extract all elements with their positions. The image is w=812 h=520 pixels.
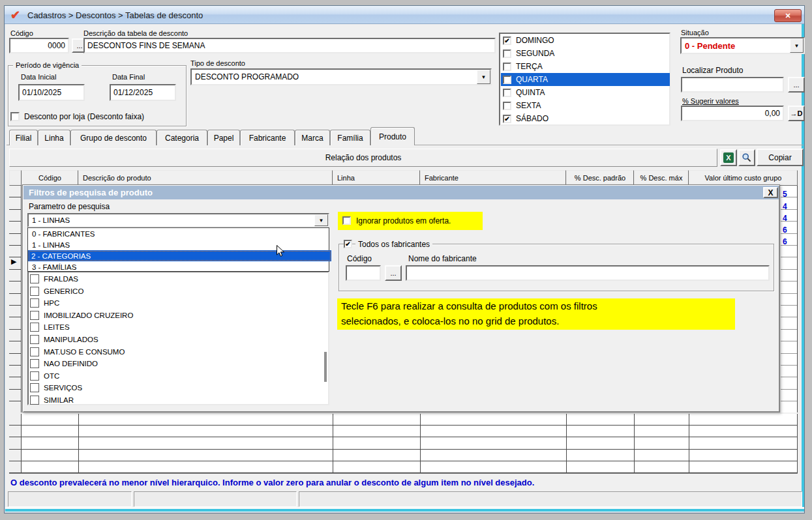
filter-dialog-titlebar[interactable]: Filtros de pesquisa de produto (23, 186, 779, 199)
tab-label: Família (337, 134, 363, 143)
checklist-item-manipulados[interactable]: MANIPULADOS (30, 334, 317, 345)
checkbox[interactable] (30, 335, 39, 344)
checkbox[interactable] (30, 396, 39, 405)
arrow-into-grid-icon: →D (790, 109, 803, 117)
checklist-item-hpc[interactable]: HPC (30, 297, 317, 309)
checklist-item-nao-definido[interactable]: NAO DEFINIDO (30, 358, 317, 369)
option-label: 3 - FAMÍLIAS (32, 263, 76, 271)
column-header-valor-custo[interactable]: Valor último custo grupo (689, 170, 798, 186)
parametro-pesquisa-select[interactable]: 1 - LINHAS ▼ (27, 213, 329, 227)
day-row-sexta[interactable]: SEXTA (501, 99, 670, 112)
checkbox[interactable] (30, 298, 39, 308)
search-products-button[interactable] (738, 149, 755, 166)
column-header-desc-max[interactable]: % Desc. máx (634, 170, 689, 186)
checkbox[interactable] (30, 359, 39, 368)
fabricante-browse-button[interactable]: ... (385, 265, 402, 281)
checklist-item-otc[interactable]: OTC (30, 370, 317, 382)
checklist-label: SERVIÇOS (44, 384, 82, 392)
day-row-terca[interactable]: TERÇA (501, 60, 670, 73)
export-excel-button[interactable]: X (720, 149, 737, 166)
quinta-checkbox[interactable] (503, 89, 511, 97)
column-header-descricao[interactable]: Descrição do produto (78, 170, 333, 186)
day-row-quinta[interactable]: QUINTA (501, 86, 670, 99)
checkbox[interactable] (30, 287, 39, 296)
checklist-item-fraldas[interactable]: FRALDAS (30, 273, 317, 285)
tab-filial[interactable]: Filial (9, 130, 38, 145)
chevron-down-icon[interactable]: ▼ (477, 70, 490, 84)
tipo-desconto-select[interactable]: DESCONTO PROGRAMADO ▼ (190, 68, 492, 85)
fabricante-codigo-field[interactable] (346, 265, 381, 281)
chevron-down-icon[interactable]: ▼ (790, 38, 804, 53)
checkbox[interactable] (30, 323, 39, 332)
day-row-domingo[interactable]: ✔ DOMINGO (501, 34, 670, 47)
grid-rows[interactable] (22, 414, 798, 473)
grid-gridline (78, 414, 79, 473)
segunda-checkbox[interactable] (503, 50, 511, 58)
checklist-label: GENERICO (44, 287, 83, 295)
day-row-segunda[interactable]: SEGUNDA (501, 47, 670, 60)
checkbox[interactable] (30, 311, 39, 320)
grid-gridline (566, 414, 567, 473)
checkbox[interactable] (30, 371, 39, 381)
sabado-checkbox[interactable]: ✔ (503, 115, 511, 123)
quarta-checkbox[interactable] (503, 76, 511, 84)
tab-categoria[interactable]: Categoria (157, 130, 207, 145)
localizar-produto-field[interactable] (681, 77, 784, 93)
localizar-browse-button[interactable]: ... (788, 77, 805, 93)
data-final-field[interactable]: 01/12/2025 (110, 84, 176, 101)
apply-values-button[interactable]: →D (788, 106, 805, 121)
terca-checkbox[interactable] (503, 63, 511, 71)
checklist-item-leites[interactable]: LEITES (30, 321, 317, 333)
checklist-item-similar[interactable]: SIMILAR (30, 394, 317, 406)
checkbox[interactable] (30, 383, 39, 392)
todos-fabricantes-checkbox[interactable]: ✔ (344, 240, 352, 248)
copiar-button[interactable]: Copiar (757, 149, 804, 166)
checklist-label: LEITES (44, 323, 70, 331)
option-categorias[interactable]: 2 - CATEGORIAS (28, 250, 331, 261)
tab-papel[interactable]: Papel (207, 130, 240, 145)
checklist-item-imobilizado[interactable]: IMOBILIZADO CRUZEIRO (30, 310, 317, 321)
checkbox[interactable] (30, 347, 39, 356)
mouse-cursor (277, 245, 285, 258)
domingo-checkbox[interactable]: ✔ (503, 36, 511, 45)
checklist-item-servicos[interactable]: SERVIÇOS (30, 382, 317, 394)
tab-linha[interactable]: Linha (38, 130, 70, 145)
chevron-down-icon[interactable]: ▼ (314, 214, 328, 226)
day-row-sabado[interactable]: ✔ SÁBADO (501, 112, 670, 125)
day-row-quarta[interactable]: QUARTA (501, 73, 670, 86)
tab-fabricante[interactable]: Fabricante (240, 130, 295, 145)
column-header-codigo[interactable]: Código (22, 170, 78, 186)
tab-grupo-desconto[interactable]: Grupo de desconto (70, 130, 157, 145)
periodo-title: Período de vigência (13, 61, 82, 69)
ignorar-oferta-checkbox[interactable] (342, 216, 351, 225)
filter-dialog-close-button[interactable]: X (763, 187, 778, 198)
tab-familia[interactable]: Família (330, 130, 370, 145)
column-header-fabricante[interactable]: Fabricante (420, 170, 566, 186)
fabricante-codigo-label: Código (347, 255, 372, 263)
tab-produto[interactable]: Produto (370, 127, 415, 145)
descricao-label: Descrição da tabela de desconto (83, 29, 188, 38)
option-familias[interactable]: 3 - FAMÍLIAS (29, 261, 325, 272)
situacao-select[interactable]: 0 - Pendente ▼ (680, 37, 805, 54)
tab-marca[interactable]: Marca (295, 130, 330, 145)
close-button[interactable]: ✕ (774, 9, 802, 22)
checklist-item-generico[interactable]: GENERICO (30, 285, 317, 297)
checklist-scrollbar[interactable] (324, 352, 327, 382)
column-label: % Desc. padrão (575, 174, 625, 182)
column-header-desc-padrao[interactable]: % Desc. padrão (566, 170, 634, 186)
sugerir-valores-field[interactable]: 0,00 (681, 106, 784, 121)
checklist-label: HPC (44, 299, 59, 307)
descricao-field[interactable]: DESCONTOS FINS DE SEMANA (83, 38, 496, 53)
grid-cell-value-fragment: 6 (783, 237, 787, 246)
column-header-linha[interactable]: Linha (333, 170, 420, 186)
sexta-checkbox[interactable] (503, 102, 511, 110)
option-fabricantes[interactable]: 0 - FABRICANTES (29, 228, 325, 239)
data-inicial-field[interactable]: 01/10/2025 (18, 84, 85, 101)
codigo-field[interactable]: 0000 (9, 38, 69, 53)
desconto-loja-checkbox[interactable] (10, 112, 20, 121)
checklist-item-mat-uso[interactable]: MAT.USO E CONSUMO (30, 346, 317, 358)
f6-hint-line1: Tecle F6 para realizar a consulta de pro… (341, 300, 597, 311)
fabricante-nome-field[interactable] (406, 265, 770, 281)
checklist-label: FRALDAS (44, 275, 78, 283)
checkbox[interactable] (30, 274, 39, 283)
